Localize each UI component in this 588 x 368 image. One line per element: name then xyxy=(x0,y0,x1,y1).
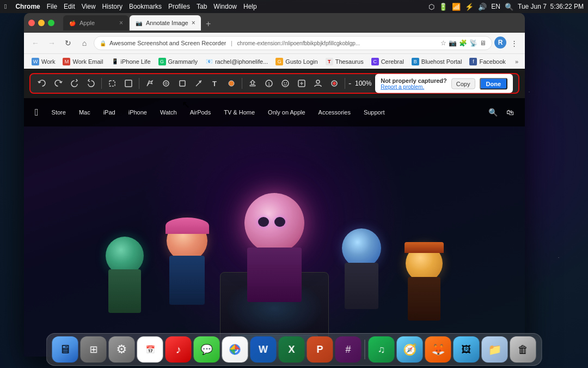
done-button[interactable]: Done xyxy=(480,77,508,89)
report-problem-link[interactable]: Report a problem. xyxy=(381,84,447,90)
line-button[interactable] xyxy=(192,76,206,91)
sound-icon[interactable]: 🔊 xyxy=(478,3,487,11)
redact-button[interactable] xyxy=(311,76,325,91)
dock-messages[interactable]: 💬 xyxy=(194,336,220,363)
apple-nav-mac[interactable]: Mac xyxy=(79,109,90,116)
extension-icon[interactable]: 🧩 xyxy=(459,39,467,47)
counter-button[interactable]: 1 xyxy=(262,76,276,91)
dock-firefox[interactable]: 🦊 xyxy=(425,336,451,363)
apple-nav-watch[interactable]: Watch xyxy=(160,109,177,116)
dock-files[interactable]: 📁 xyxy=(482,336,508,363)
menu-edit[interactable]: Edit xyxy=(64,3,75,10)
maximize-button[interactable] xyxy=(48,20,54,26)
pen-button[interactable] xyxy=(143,76,157,91)
tab-apple[interactable]: 🍎 Apple × xyxy=(63,15,128,31)
dock-preview[interactable]: 🖼 xyxy=(454,336,480,363)
shape-button[interactable] xyxy=(175,76,189,91)
dock-word[interactable]: W xyxy=(250,336,277,363)
menu-file[interactable]: File xyxy=(47,3,57,10)
crop-button[interactable] xyxy=(105,76,119,91)
bookmark-facebook[interactable]: f Facebook xyxy=(466,57,509,67)
dock-powerpoint[interactable]: P xyxy=(307,336,333,363)
reaction-button[interactable] xyxy=(278,76,292,91)
profile-icon[interactable]: R xyxy=(494,37,506,49)
close-button[interactable] xyxy=(28,20,35,26)
menu-tab[interactable]: Tab xyxy=(197,3,207,10)
menu-bookmarks[interactable]: Bookmarks xyxy=(129,3,162,10)
wifi-icon[interactable]: 📶 xyxy=(452,3,461,11)
menu-help[interactable]: Help xyxy=(243,3,257,10)
menu-window[interactable]: Window xyxy=(213,3,237,10)
apple-nav-store[interactable]: Store xyxy=(52,109,66,116)
dock-chrome[interactable] xyxy=(222,336,248,363)
minimize-button[interactable] xyxy=(38,20,45,26)
apple-nav-iphone[interactable]: iPhone xyxy=(128,109,147,116)
dock-safari[interactable]: 🧭 xyxy=(397,336,423,363)
dock-slack[interactable]: # xyxy=(335,336,362,363)
select-button[interactable] xyxy=(121,76,136,91)
undo-button[interactable] xyxy=(35,76,49,91)
dock-spotify[interactable]: ♫ xyxy=(369,336,395,363)
tab-annotate-close[interactable]: × xyxy=(192,19,195,27)
blur-button[interactable] xyxy=(159,76,173,91)
menu-history[interactable]: History xyxy=(102,3,122,10)
apple-nav-ipad[interactable]: iPad xyxy=(103,109,115,116)
dock-finder[interactable]: 🖥 xyxy=(52,336,78,363)
redo-button[interactable] xyxy=(51,76,65,91)
dock-trash[interactable]: 🗑 xyxy=(510,336,536,363)
copy-button[interactable]: Copy xyxy=(451,78,475,89)
home-button[interactable]: ⌂ xyxy=(77,36,91,50)
bookmark-star-icon[interactable]: ☆ xyxy=(440,39,446,47)
rotate-ccw-button[interactable] xyxy=(68,76,82,91)
battery-icon[interactable]: 🔋 xyxy=(439,3,448,11)
apple-search-icon[interactable]: 🔍 xyxy=(488,108,498,117)
apple-nav-support[interactable]: Support xyxy=(364,109,385,116)
apple-nav-only[interactable]: Only on Apple xyxy=(268,109,305,116)
menu-chrome[interactable]: Chrome xyxy=(15,3,40,10)
address-bar[interactable]: 🔒 Awesome Screenshot and Screen Recorder… xyxy=(94,36,492,50)
menu-profiles[interactable]: Profiles xyxy=(168,3,190,10)
stamp-button[interactable] xyxy=(246,76,260,91)
screenshot-icon[interactable]: 📷 xyxy=(449,39,457,47)
keyboard-lang[interactable]: EN xyxy=(491,3,500,10)
back-button[interactable]: ← xyxy=(28,36,42,50)
search-icon[interactable]: 🔍 xyxy=(505,3,513,11)
apple-nav-tv[interactable]: TV & Home xyxy=(224,109,255,116)
menu-view[interactable]: View xyxy=(82,3,96,10)
apple-menu[interactable]:  xyxy=(4,3,7,10)
apple-nav-accessories[interactable]: Accessories xyxy=(318,109,351,116)
new-tab-button[interactable]: + xyxy=(202,17,215,31)
bookmark-rachel[interactable]: 📧 rachel@iphonelife... xyxy=(202,57,271,67)
bookmark-thesaurus[interactable]: T Thesaurus xyxy=(322,57,367,67)
apple-nav-airpods[interactable]: AirPods xyxy=(190,109,211,116)
zoom-minus-button[interactable]: - xyxy=(348,79,351,88)
text-button[interactable]: T xyxy=(208,76,222,91)
forward-button[interactable]: → xyxy=(45,36,59,50)
dock-music[interactable]: ♪ xyxy=(166,336,192,363)
dock-settings[interactable]: ⚙ xyxy=(109,336,135,363)
bookmark-work-email[interactable]: M Work Email xyxy=(59,57,106,67)
record-button[interactable] xyxy=(327,76,341,91)
cast-icon[interactable]: 📡 xyxy=(469,39,477,47)
screen-mirror-icon[interactable]: 🖥 xyxy=(480,39,486,47)
tab-apple-close[interactable]: × xyxy=(119,19,123,27)
dropbox-icon[interactable]: ⬡ xyxy=(428,3,434,11)
sticker-button[interactable] xyxy=(295,76,309,91)
bookmark-iphone-life[interactable]: 📱 iPhone Life xyxy=(108,57,154,67)
bookmarks-more[interactable]: » xyxy=(513,57,520,66)
bookmark-grammarly[interactable]: G Grammarly xyxy=(155,57,201,67)
dock-excel[interactable]: X xyxy=(279,336,305,363)
dock-calendar[interactable]: 📅 xyxy=(137,336,163,363)
bookmark-cerebral[interactable]: C Cerebral xyxy=(368,57,407,67)
bookmark-bluehost[interactable]: B Bluehost Portal xyxy=(408,57,465,67)
reload-button[interactable]: ↻ xyxy=(61,36,75,50)
dock-launchpad[interactable]: ⊞ xyxy=(81,336,107,363)
more-options-icon[interactable]: ⋮ xyxy=(507,37,520,50)
rotate-cw-button[interactable] xyxy=(84,76,98,91)
bookmark-gusto[interactable]: G Gusto Login xyxy=(272,57,321,67)
bluetooth-icon[interactable]: ⚡ xyxy=(465,3,474,11)
tab-annotate[interactable]: 📷 Annotate Image × xyxy=(130,15,201,31)
bookmark-work[interactable]: W Work xyxy=(28,57,58,67)
color-button[interactable] xyxy=(224,76,238,91)
apple-bag-icon[interactable]: 🛍 xyxy=(506,108,514,117)
